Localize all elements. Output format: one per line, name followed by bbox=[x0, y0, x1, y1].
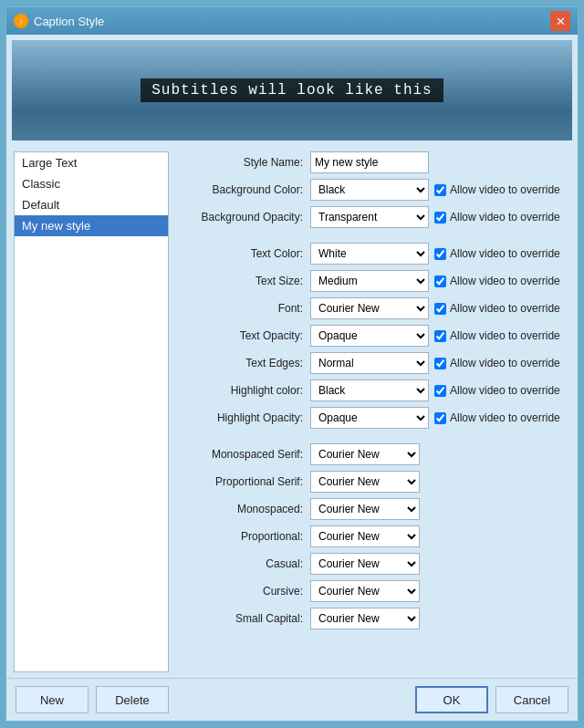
background-opacity-label: Background Opacity: bbox=[178, 211, 310, 224]
text-color-override[interactable]: Allow video to override bbox=[434, 247, 560, 260]
highlight-color-override-checkbox[interactable] bbox=[434, 385, 446, 397]
monospaced-label: Monospaced: bbox=[178, 503, 310, 515]
proportional-label: Proportional: bbox=[178, 530, 310, 543]
style-list-item-large-text[interactable]: Large Text bbox=[15, 152, 168, 173]
subtitle-preview-area: Subtitles will look like this bbox=[12, 40, 572, 140]
background-color-override[interactable]: Allow video to override bbox=[434, 183, 560, 196]
monospaced-serif-select[interactable]: Courier New bbox=[310, 443, 420, 465]
cursive-select[interactable]: Courier New bbox=[310, 580, 420, 602]
style-list-item-my-new-style[interactable]: My new style bbox=[15, 215, 168, 236]
style-list: Large Text Classic Default My new style bbox=[14, 151, 169, 672]
highlight-color-override[interactable]: Allow video to override bbox=[434, 384, 560, 397]
ok-button[interactable]: OK bbox=[415, 686, 488, 713]
font-label: Font: bbox=[178, 302, 310, 315]
text-color-override-checkbox[interactable] bbox=[434, 248, 446, 260]
casual-row: Casual: Courier New bbox=[178, 553, 570, 575]
monospaced-row: Monospaced: Courier New bbox=[178, 498, 570, 520]
new-button[interactable]: New bbox=[16, 686, 89, 713]
proportional-select[interactable]: Courier New bbox=[310, 525, 420, 547]
text-edges-row: Text Edges: Normal Allow video to overri… bbox=[178, 352, 570, 374]
highlight-color-row: Highlight color: Black Allow video to ov… bbox=[178, 380, 570, 401]
small-capital-select[interactable]: Courier New bbox=[310, 608, 420, 629]
font-override-checkbox[interactable] bbox=[434, 303, 446, 315]
text-size-row: Text Size: Medium Allow video to overrid… bbox=[178, 270, 570, 292]
background-opacity-override[interactable]: Allow video to override bbox=[434, 211, 560, 224]
style-name-label: Style Name: bbox=[178, 156, 310, 169]
background-opacity-override-checkbox[interactable] bbox=[434, 212, 446, 224]
text-opacity-override-checkbox[interactable] bbox=[434, 330, 446, 342]
proportional-serif-row: Proportional Serif: Courier New bbox=[178, 471, 570, 493]
delete-button[interactable]: Delete bbox=[96, 686, 169, 713]
cancel-button[interactable]: Cancel bbox=[495, 686, 568, 713]
monospaced-serif-label: Monospaced Serif: bbox=[178, 448, 310, 461]
font-select[interactable]: Courier New bbox=[310, 297, 429, 319]
style-name-row: Style Name: bbox=[178, 151, 570, 173]
text-opacity-override[interactable]: Allow video to override bbox=[434, 329, 560, 342]
text-opacity-row: Text Opacity: Opaque Allow video to over… bbox=[178, 325, 570, 347]
background-color-select[interactable]: Black bbox=[310, 179, 429, 201]
text-edges-label: Text Edges: bbox=[178, 357, 310, 369]
bottom-right-buttons: OK Cancel bbox=[415, 686, 568, 713]
highlight-opacity-override[interactable]: Allow video to override bbox=[434, 411, 560, 424]
text-size-override[interactable]: Allow video to override bbox=[434, 275, 560, 287]
casual-label: Casual: bbox=[178, 557, 310, 570]
text-opacity-label: Text Opacity: bbox=[178, 329, 310, 342]
window-title: Caption Style bbox=[34, 15, 104, 28]
highlight-opacity-row: Highlight Opacity: Opaque Allow video to… bbox=[178, 407, 570, 429]
proportional-serif-select[interactable]: Courier New bbox=[310, 471, 420, 493]
settings-panel: Style Name: Background Color: Black Allo… bbox=[178, 151, 570, 672]
font-override[interactable]: Allow video to override bbox=[434, 302, 560, 315]
highlight-color-label: Highlight color: bbox=[178, 384, 310, 397]
background-color-row: Background Color: Black Allow video to o… bbox=[178, 179, 570, 201]
text-edges-override[interactable]: Allow video to override bbox=[434, 357, 560, 369]
app-icon: ♪ bbox=[14, 14, 28, 28]
highlight-opacity-override-checkbox[interactable] bbox=[434, 412, 446, 424]
proportional-row: Proportional: Courier New bbox=[178, 525, 570, 547]
background-opacity-row: Background Opacity: Transparent Allow vi… bbox=[178, 206, 570, 228]
text-color-row: Text Color: White Allow video to overrid… bbox=[178, 243, 570, 265]
preview-text: Subtitles will look like this bbox=[141, 78, 443, 102]
caption-style-window: ♪ Caption Style ✕ Subtitles will look li… bbox=[5, 6, 579, 722]
cursive-label: Cursive: bbox=[178, 585, 310, 598]
text-color-label: Text Color: bbox=[178, 247, 310, 260]
style-name-input[interactable] bbox=[310, 151, 429, 173]
text-edges-select[interactable]: Normal bbox=[310, 352, 429, 374]
text-opacity-select[interactable]: Opaque bbox=[310, 325, 429, 347]
title-bar-left: ♪ Caption Style bbox=[14, 14, 104, 28]
text-color-select[interactable]: White bbox=[310, 243, 429, 265]
background-opacity-select[interactable]: Transparent bbox=[310, 206, 429, 228]
font-row: Font: Courier New Allow video to overrid… bbox=[178, 297, 570, 319]
bottom-bar: New Delete OK Cancel bbox=[6, 678, 578, 721]
background-color-override-checkbox[interactable] bbox=[434, 184, 446, 196]
title-bar: ♪ Caption Style ✕ bbox=[6, 7, 578, 35]
highlight-opacity-label: Highlight Opacity: bbox=[178, 411, 310, 424]
casual-select[interactable]: Courier New bbox=[310, 553, 420, 575]
highlight-color-select[interactable]: Black bbox=[310, 380, 429, 401]
small-capital-row: Small Capital: Courier New bbox=[178, 608, 570, 629]
monospaced-serif-row: Monospaced Serif: Courier New bbox=[178, 443, 570, 465]
main-content: Large Text Classic Default My new style … bbox=[6, 146, 578, 678]
text-size-override-checkbox[interactable] bbox=[434, 276, 446, 287]
style-list-item-default[interactable]: Default bbox=[15, 194, 168, 215]
highlight-opacity-select[interactable]: Opaque bbox=[310, 407, 429, 429]
text-size-label: Text Size: bbox=[178, 275, 310, 287]
monospaced-select[interactable]: Courier New bbox=[310, 498, 420, 520]
text-size-select[interactable]: Medium bbox=[310, 270, 429, 292]
style-list-item-classic[interactable]: Classic bbox=[15, 173, 168, 194]
background-color-label: Background Color: bbox=[178, 183, 310, 196]
proportional-serif-label: Proportional Serif: bbox=[178, 475, 310, 488]
text-edges-override-checkbox[interactable] bbox=[434, 358, 446, 369]
small-capital-label: Small Capital: bbox=[178, 612, 310, 625]
cursive-row: Cursive: Courier New bbox=[178, 580, 570, 602]
close-button[interactable]: ✕ bbox=[550, 11, 570, 31]
bottom-left-buttons: New Delete bbox=[16, 686, 169, 713]
